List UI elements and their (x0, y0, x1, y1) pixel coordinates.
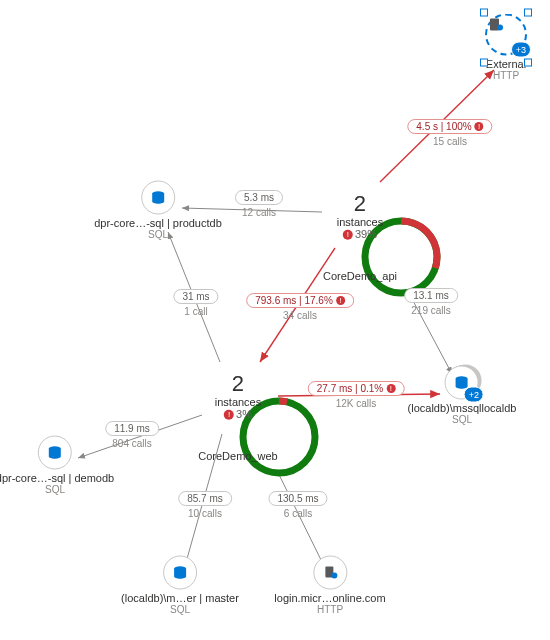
external-badge: +3 (511, 42, 531, 58)
demodb-sub: SQL (0, 484, 114, 495)
node-login[interactable]: login.micr…online.com HTTP (274, 556, 385, 615)
mssql-badge: +2 (464, 387, 484, 403)
node-mssql[interactable]: +2 (localdb)\mssqllocaldb SQL (408, 366, 517, 425)
mssql-sub: SQL (408, 414, 517, 425)
node-demodb[interactable]: dpr-core…-sql | demodb SQL (0, 436, 114, 495)
master-sub: SQL (121, 604, 239, 615)
login-sub: HTTP (274, 604, 385, 615)
web-inst-label: instances (215, 396, 261, 408)
svg-line-4 (168, 232, 220, 362)
sql-icon (150, 190, 166, 206)
svg-point-17 (331, 573, 337, 579)
svg-line-2 (260, 248, 335, 362)
svg-point-12 (497, 25, 503, 31)
login-title: login.micr…online.com (274, 592, 385, 604)
edge-layer (0, 0, 550, 640)
demodb-title: dpr-core…-sql | demodb (0, 472, 114, 484)
web-instances: 2 (215, 372, 261, 396)
cloud-server-icon (487, 16, 505, 34)
cloud-server-icon (322, 565, 338, 581)
web-title: CoreDemo_web (168, 450, 308, 462)
node-productdb[interactable]: dpr-core…-sql | productdb SQL (94, 181, 222, 240)
web-pct: !3% (215, 408, 261, 420)
api-inst-label: instances (337, 216, 383, 228)
node-external[interactable]: +3 External HTTP (485, 14, 527, 81)
mssql-title: (localdb)\mssqllocaldb (408, 402, 517, 414)
master-title: (localdb)\m…er | master (121, 592, 239, 604)
productdb-title: dpr-core…-sql | productdb (94, 217, 222, 229)
productdb-sub: SQL (94, 229, 222, 240)
svg-line-0 (380, 70, 494, 182)
external-title: External (485, 58, 527, 70)
external-sub: HTTP (485, 70, 527, 81)
api-instances: 2 (337, 192, 383, 216)
sql-icon (47, 445, 63, 461)
sql-icon (172, 565, 188, 581)
api-title: CoreDemo_api (290, 270, 430, 282)
node-master[interactable]: (localdb)\m…er | master SQL (121, 556, 239, 615)
api-pct: !39% (337, 228, 383, 240)
